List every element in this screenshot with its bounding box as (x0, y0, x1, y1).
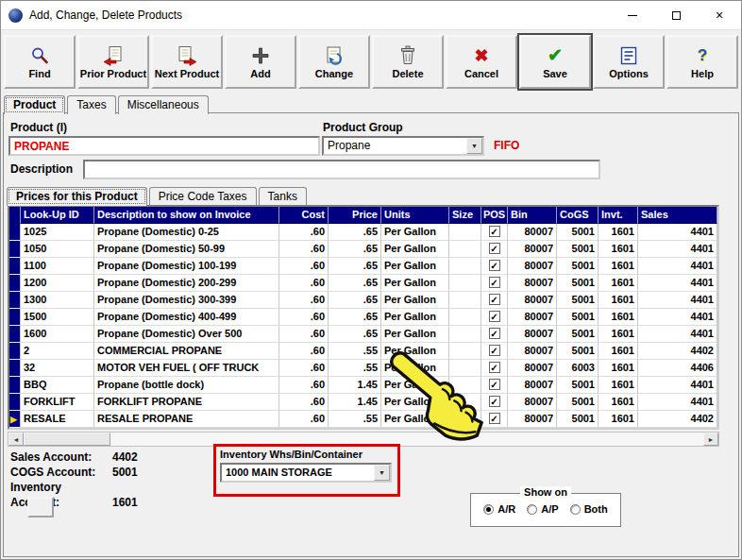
cell-bin[interactable]: 80007 (508, 326, 557, 343)
cell-desc[interactable]: Propane (Domestic) Over 500 (94, 326, 279, 343)
cell-cost[interactable]: .60 (279, 309, 329, 326)
subtab-prices[interactable]: Prices for this Product (7, 187, 147, 206)
change-button[interactable]: Change (298, 35, 370, 89)
cell-desc[interactable]: Propane (Domestic) 50-99 (94, 241, 279, 258)
cell-id[interactable]: 32 (21, 360, 94, 377)
cell-sales[interactable]: 4401 (638, 241, 717, 258)
column-header-invt[interactable]: Invt. (599, 207, 638, 224)
cell-bin[interactable]: 80007 (508, 360, 557, 377)
row-selector-cell[interactable] (9, 309, 21, 326)
pos-checkbox[interactable]: ✓ (489, 311, 500, 322)
cell-cogs[interactable]: 5001 (557, 241, 599, 258)
cell-price[interactable]: .65 (329, 241, 381, 258)
prior-product-button[interactable]: Prior Product (77, 35, 149, 89)
scroll-left-button[interactable]: ◄ (8, 433, 24, 446)
cell-price[interactable]: .65 (329, 326, 381, 343)
cell-cost[interactable]: .60 (279, 360, 329, 377)
table-row[interactable]: 1500Propane (Domestic) 400-499.60.65Per … (9, 309, 717, 326)
cell-sales[interactable]: 4402 (638, 343, 717, 360)
cell-units[interactable]: Per Gallon (381, 326, 449, 343)
cell-cost[interactable]: .60 (279, 411, 329, 428)
cell-desc[interactable]: COMMERCIAL PROPANE (94, 343, 279, 360)
cell-desc[interactable]: Propane (Domestic) 400-499 (94, 309, 279, 326)
cell-price[interactable]: .65 (329, 292, 381, 309)
cell-invt[interactable]: 1601 (599, 292, 638, 309)
cell-id[interactable]: FORKLIFT (21, 394, 94, 411)
scrollbar-thumb[interactable] (24, 433, 110, 446)
inventory-whs-select[interactable]: 1000 MAIN STORAGE ▼ (220, 463, 392, 483)
cell-price[interactable]: .65 (329, 224, 381, 241)
row-selector-cell[interactable] (9, 343, 21, 360)
cell-invt[interactable]: 1601 (599, 275, 638, 292)
cell-price[interactable]: .65 (329, 258, 381, 275)
cell-id[interactable]: 2 (21, 343, 94, 360)
cell-bin[interactable]: 80007 (508, 258, 557, 275)
pos-checkbox[interactable]: ✓ (489, 277, 500, 288)
pos-checkbox[interactable]: ✓ (489, 294, 500, 305)
cell-bin[interactable]: 80007 (508, 343, 557, 360)
cell-id[interactable]: 1500 (21, 309, 94, 326)
cell-invt[interactable]: 1601 (599, 326, 638, 343)
cell-invt[interactable]: 1601 (599, 309, 638, 326)
cell-price[interactable]: .55 (329, 411, 381, 428)
cell-price[interactable]: .65 (329, 275, 381, 292)
cell-bin[interactable]: 80007 (508, 224, 557, 241)
table-row[interactable]: 32MOTOR VEH FUEL ( OFF TRUCK.60.55Per Ga… (9, 360, 717, 377)
cell-invt[interactable]: 1601 (599, 377, 638, 394)
row-selector-cell[interactable] (9, 326, 21, 343)
cell-desc[interactable]: MOTOR VEH FUEL ( OFF TRUCK (94, 360, 279, 377)
cell-id[interactable]: 1300 (21, 292, 94, 309)
table-row[interactable]: FORKLIFTFORKLIFT PROPANE.601.45Per Gallo… (9, 394, 717, 411)
cell-sales[interactable]: 4401 (638, 275, 717, 292)
cell-desc[interactable]: RESALE PROPANE (94, 411, 279, 428)
cell-cost[interactable]: .60 (279, 394, 329, 411)
column-header-cogs[interactable]: CoGS (557, 207, 599, 224)
cell-id[interactable]: 1100 (21, 258, 94, 275)
cell-pos[interactable]: ✓ (481, 224, 508, 241)
cell-size[interactable] (449, 224, 481, 241)
cell-bin[interactable]: 80007 (508, 309, 557, 326)
cell-desc[interactable]: FORKLIFT PROPANE (94, 394, 279, 411)
cell-invt[interactable]: 1601 (599, 360, 638, 377)
cell-sales[interactable]: 4401 (638, 326, 717, 343)
row-selector-cell[interactable] (9, 258, 21, 275)
next-product-button[interactable]: Next Product (151, 35, 223, 89)
cell-id[interactable]: BBQ (21, 377, 94, 394)
column-header-size[interactable]: Size (449, 207, 481, 224)
radio-button-both[interactable] (570, 504, 581, 515)
cell-bin[interactable]: 80007 (508, 394, 557, 411)
table-row[interactable]: BBQPropane (bottle dock).601.45Per Gallo… (9, 377, 717, 394)
column-header-desc[interactable]: Description to show on Invoice (94, 207, 279, 224)
cell-price[interactable]: 1.45 (329, 394, 381, 411)
row-selector-cell[interactable] (9, 360, 21, 377)
cell-pos[interactable]: ✓ (481, 258, 508, 275)
table-row[interactable]: 1025Propane (Domestic) 0-25.60.65Per Gal… (9, 224, 717, 241)
cell-cost[interactable]: .60 (279, 343, 329, 360)
scroll-right-button[interactable]: ► (703, 433, 718, 446)
cell-pos[interactable]: ✓ (481, 326, 508, 343)
help-button[interactable]: ? Help (666, 35, 738, 89)
row-selector-cell[interactable] (9, 224, 21, 241)
cell-pos[interactable]: ✓ (481, 275, 508, 292)
cell-desc[interactable]: Propane (Domestic) 0-25 (94, 224, 279, 241)
cell-size[interactable] (449, 258, 481, 275)
cell-cost[interactable]: .60 (279, 258, 329, 275)
cell-cogs[interactable]: 5001 (557, 411, 599, 428)
row-selector-cell[interactable] (9, 275, 21, 292)
product-input[interactable] (8, 136, 320, 156)
cancel-button[interactable]: ✖ Cancel (446, 35, 517, 89)
cell-bin[interactable]: 80007 (508, 411, 557, 428)
row-selector-cell[interactable] (9, 377, 21, 394)
cell-sales[interactable]: 4402 (638, 411, 717, 428)
cell-desc[interactable]: Propane (bottle dock) (94, 377, 279, 394)
cell-cost[interactable]: .60 (279, 275, 329, 292)
cell-cogs[interactable]: 5001 (557, 394, 599, 411)
cell-size[interactable] (449, 241, 481, 258)
cell-price[interactable]: .55 (329, 360, 381, 377)
table-row[interactable]: 1200Propane (Domestic) 200-299.60.65Per … (9, 275, 717, 292)
close-button[interactable]: × (698, 1, 741, 29)
column-header-id[interactable]: Look-Up ID (21, 207, 94, 224)
row-selector-cell[interactable]: ▶ (9, 411, 21, 428)
cell-units[interactable]: Per Gallon (381, 224, 449, 241)
cell-bin[interactable]: 80007 (508, 292, 557, 309)
